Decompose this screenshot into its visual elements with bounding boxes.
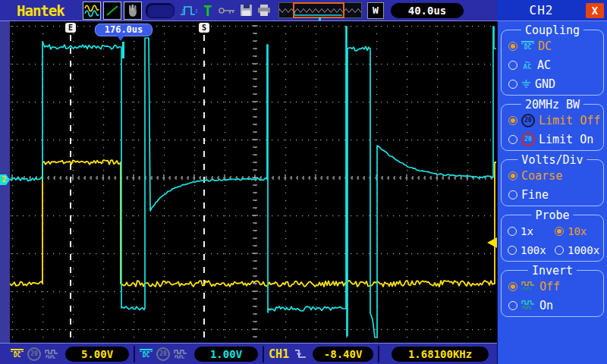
radio-option-1x[interactable]: 1x: [503, 221, 550, 240]
ch1-invert-icon: [45, 349, 59, 359]
section-coupling: CouplingDCDC~ACACGND: [501, 30, 604, 96]
invert-on-icon: [521, 299, 536, 312]
ch2-settings-group: DC 20 1.00V: [140, 347, 258, 362]
toolbar-input[interactable]: [146, 3, 175, 18]
radio-option-limit-on[interactable]: 20Limit On: [503, 130, 602, 149]
scope-screen: E S 176.0us 2: [0, 21, 497, 343]
pulse-icon[interactable]: [180, 5, 200, 17]
ch2-invert-icon: [174, 349, 188, 359]
radio-option-on[interactable]: On: [503, 296, 602, 315]
trigger-group: CH1 -8.40V: [269, 347, 373, 362]
radio-option-ac[interactable]: ~ACAC: [503, 55, 602, 74]
section-probe: Probe1x10x100x1000x: [501, 215, 604, 262]
radio-option-off[interactable]: Off: [503, 277, 602, 296]
divider: [378, 346, 379, 362]
diagonal-line-icon: [105, 4, 119, 17]
ch2-volts-readout: 1.00V: [194, 347, 258, 362]
pulse-glyph-icon: [180, 5, 200, 17]
preview-window[interactable]: [293, 2, 344, 18]
ch1-settings-group: DC 20 5.00V: [11, 347, 129, 362]
ac-icon: ~AC: [521, 61, 533, 69]
option-label: Coarse: [521, 169, 562, 183]
radio-option-1000x[interactable]: 1000x: [550, 240, 602, 259]
trigger-level-readout: -8.40V: [313, 347, 373, 362]
option-label: 1000x: [568, 244, 599, 256]
radio-circle: [508, 42, 517, 51]
key-glyph-icon: [219, 7, 235, 14]
radio-circle: [508, 80, 517, 89]
section-title: Probe: [531, 209, 573, 222]
trigger-source-label: CH1: [269, 347, 289, 361]
trigger-letter-icon[interactable]: T: [203, 2, 214, 19]
radio-circle: [508, 301, 517, 310]
oscilloscope-app: Hantek T: [0, 0, 607, 364]
floppy-icon: [240, 4, 253, 17]
radio-circle: [508, 190, 517, 199]
bw20-dark-icon: 20: [521, 114, 535, 127]
panel-title: CH2: [497, 3, 586, 17]
dual-sine-icon: [84, 4, 99, 17]
draw-line-icon[interactable]: [103, 2, 121, 20]
section-volts-div: Volts/DivCoarseFine: [501, 159, 604, 206]
option-label: Limit On: [539, 133, 593, 146]
option-label: Limit Off: [539, 114, 600, 127]
ch1-dc-coupling-icon: DC: [11, 349, 24, 359]
option-label: Fine: [521, 188, 549, 202]
invert-off-icon: [521, 280, 536, 293]
section-title: 20MHz BW: [521, 98, 583, 111]
section-20mhz-bw: 20MHz BW20Limit Off20Limit On: [501, 104, 604, 151]
toolbar: Hantek T: [0, 0, 497, 21]
print-icon[interactable]: [257, 5, 271, 16]
radio-option-10x[interactable]: 10x: [550, 221, 602, 240]
radio-option-fine[interactable]: Fine: [503, 185, 602, 204]
divider: [134, 346, 135, 362]
waveform-preview[interactable]: [278, 2, 362, 18]
dc-icon: DC: [521, 41, 534, 51]
save-icon[interactable]: [240, 4, 253, 17]
delta-time-tooltip: 176.0us: [95, 24, 153, 36]
option-label: On: [539, 299, 553, 312]
window-mode-button[interactable]: W: [367, 2, 384, 19]
printer-icon: [257, 5, 271, 16]
gnd-icon: [521, 77, 531, 91]
close-button[interactable]: X: [586, 3, 604, 18]
brand-logo: Hantek: [17, 2, 80, 19]
section-title: Volts/Div: [517, 153, 587, 167]
option-label: Off: [539, 280, 560, 293]
radio-circle: [508, 227, 517, 236]
channels-waveform-icon[interactable]: [83, 2, 101, 20]
option-label: 10x: [568, 225, 587, 237]
ch2-bandwidth-icon: 20: [156, 347, 170, 361]
option-label: 100x: [521, 244, 546, 256]
ch2-dc-coupling-icon: DC: [140, 349, 153, 359]
radio-option-100x[interactable]: 100x: [503, 240, 550, 259]
key-icon[interactable]: [219, 7, 235, 14]
ch1-volts-readout: 5.00V: [65, 347, 129, 362]
settings-panel: CouplingDCDC~ACACGND20MHz BW20Limit Off2…: [497, 21, 607, 364]
radio-circle: [508, 171, 517, 180]
radio-option-gnd[interactable]: GND: [503, 74, 602, 93]
section-invert: InvertOffOn: [501, 270, 604, 317]
bw20-red-icon: 20: [521, 133, 535, 146]
panel-titlebar: CH2 X: [497, 0, 607, 21]
radio-circle: [555, 227, 564, 236]
cursor-e-marker[interactable]: E: [65, 23, 76, 33]
radio-option-coarse[interactable]: Coarse: [503, 166, 602, 185]
radio-option-limit-off[interactable]: 20Limit Off: [503, 111, 602, 130]
hand-icon: [126, 4, 140, 17]
trigger-slope-icon: [294, 348, 307, 359]
preview-marker: [319, 17, 321, 20]
radio-circle: [555, 246, 564, 255]
section-title: Invert: [528, 264, 577, 278]
option-label: GND: [535, 77, 555, 91]
ch1-bandwidth-icon: 20: [27, 347, 41, 361]
trigger-level-arrow[interactable]: [487, 237, 497, 248]
radio-circle: [508, 116, 517, 125]
graticule: [10, 23, 497, 340]
hand-tool-icon[interactable]: [124, 2, 142, 20]
radio-option-dc[interactable]: DCDC: [503, 36, 602, 55]
section-title: Coupling: [521, 24, 583, 37]
cursor-s-marker[interactable]: S: [199, 23, 209, 33]
radio-circle: [508, 61, 517, 70]
option-label: 1x: [521, 225, 533, 237]
